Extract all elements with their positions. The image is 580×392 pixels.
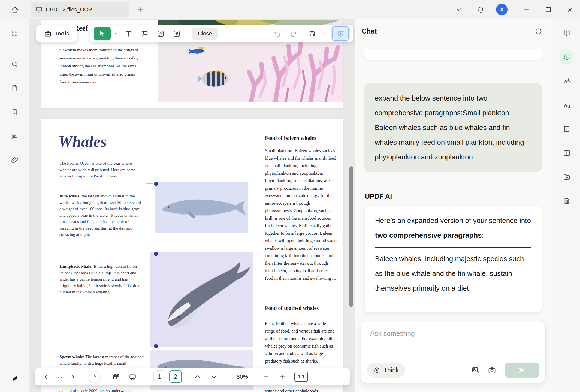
- user-message-bubble: expand the below sentence into two compr…: [364, 83, 542, 172]
- search-document-button[interactable]: [560, 194, 573, 207]
- scroll-down-button[interactable]: [207, 370, 220, 383]
- page-navigation-toolbar: ... 1 2 80%: [35, 368, 350, 385]
- image-handle-dot[interactable]: [154, 182, 158, 186]
- scroll-up-button[interactable]: [191, 370, 204, 383]
- chat-input-card[interactable]: Think: [361, 321, 546, 383]
- next-page-button[interactable]: [66, 370, 79, 383]
- updf-app-window: UPDF-2-files_OCR X: [0, 0, 580, 392]
- redo-button[interactable]: [286, 27, 300, 40]
- maximize-button[interactable]: [542, 4, 554, 16]
- undo-button[interactable]: [270, 27, 284, 40]
- toolbar-divider: [227, 372, 227, 381]
- handle-line: [146, 183, 153, 184]
- close-window-button[interactable]: [564, 4, 576, 16]
- ai-chat-panel: Chat expand the below sentence into two …: [355, 19, 553, 392]
- right-column-bottom-fragment: squids and other cephalopods: [265, 387, 337, 392]
- minimize-button[interactable]: [520, 4, 533, 16]
- explain-text-button[interactable]: [560, 98, 573, 111]
- file-workspace-button[interactable]: [560, 170, 573, 183]
- actual-size-button[interactable]: 1:1: [294, 372, 308, 382]
- user-avatar[interactable]: X: [496, 4, 508, 15]
- document-viewer[interactable]: Reef ecial muc clownfish makes them immu…: [29, 19, 355, 392]
- ai-assistant-toolbar-button[interactable]: [333, 27, 348, 40]
- chat-input[interactable]: [365, 325, 540, 342]
- pdf-page-2[interactable]: Whales The Pacific Ocean is one of the s…: [41, 119, 343, 392]
- thumbnails-grid-button[interactable]: [8, 27, 21, 40]
- whales-title: Whales: [58, 132, 107, 150]
- ai-message-intro: Here’s an expanded version of your sente…: [375, 213, 531, 243]
- chat-panel-title: Chat: [362, 27, 377, 35]
- ai-assistant-tab-active[interactable]: [560, 50, 573, 64]
- updf-logo: [8, 372, 21, 385]
- tab-title: UPDF-2-files_OCR: [46, 7, 92, 13]
- screenshot-button[interactable]: [485, 364, 499, 377]
- page-ellipsis[interactable]: ...: [52, 372, 66, 382]
- think-mode-button[interactable]: Think: [367, 363, 405, 378]
- page-button-1[interactable]: 1: [153, 370, 166, 383]
- blue-whale-image[interactable]: [155, 182, 248, 233]
- image-handle-dot[interactable]: [154, 252, 158, 256]
- document-scrollbar[interactable]: [349, 166, 353, 307]
- attachments-button[interactable]: [8, 153, 21, 167]
- select-tool-button[interactable]: [94, 27, 111, 40]
- ai-message-bubble: Here’s an expanded version of your sente…: [364, 206, 542, 313]
- link-tool-button[interactable]: [154, 27, 167, 40]
- page-mark-tool-button[interactable]: [170, 27, 183, 40]
- zoom-level-value[interactable]: 80%: [234, 373, 250, 380]
- toolbar-divider: [188, 29, 188, 38]
- monitor-icon: [35, 6, 43, 13]
- save-button[interactable]: [305, 27, 319, 40]
- prev-page-button[interactable]: [40, 370, 52, 383]
- toothed-heading: Food of toothed whales: [265, 304, 337, 312]
- image-handle-dot[interactable]: [154, 344, 158, 348]
- save-dropdown[interactable]: [321, 28, 327, 40]
- tools-button[interactable]: Tools: [36, 25, 77, 42]
- toolbox-icon: [44, 30, 52, 37]
- presentation-mode-button[interactable]: [126, 370, 139, 383]
- left-column-bottom-fragment: a depth of nearly 2000 meters underwater…: [59, 387, 141, 392]
- ai-sender-name: UPDF AI: [365, 192, 392, 200]
- sperm-whale-paragraph: Sperm whale: The largest member of the t…: [59, 354, 150, 366]
- baleen-heading: Food of baleen whales: [265, 134, 337, 142]
- page1-paragraph: clownfish makes them immune to the sting…: [59, 46, 139, 86]
- side-by-side-view-button[interactable]: [560, 146, 573, 159]
- close-edit-button[interactable]: Close: [192, 28, 218, 40]
- image-tool-button[interactable]: [138, 27, 151, 40]
- think-icon: [373, 367, 380, 374]
- previous-message-bubble-partial: [364, 49, 542, 60]
- expand-toolbar-button[interactable]: [89, 371, 101, 382]
- ai-message-divider: [375, 247, 531, 248]
- translate-button[interactable]: [560, 74, 573, 88]
- left-sidebar: [0, 19, 29, 392]
- two-page-view-button[interactable]: [110, 370, 122, 383]
- summarize-button[interactable]: [560, 122, 573, 135]
- new-tab-button[interactable]: [135, 4, 147, 16]
- pages-panel-button[interactable]: [8, 82, 21, 95]
- insert-image-button[interactable]: [469, 364, 483, 377]
- humpback-whale-paragraph: Humpback whale: It has a high dorsal fin…: [59, 263, 141, 295]
- page-button-2-active[interactable]: 2: [169, 370, 182, 383]
- handle-line: [146, 346, 153, 346]
- whales-intro: The Pacific Ocean is one of the seas whe…: [59, 160, 141, 179]
- blue-whale-paragraph: Blue whale: the largest known animal in …: [59, 193, 141, 238]
- edit-toolbar: Close: [90, 25, 353, 42]
- baleen-paragraph: Small plankton: Baleen whales such as bl…: [265, 147, 337, 282]
- search-button[interactable]: [8, 58, 21, 71]
- humpback-whale-image[interactable]: [150, 252, 253, 347]
- titlebar: UPDF-2-files_OCR X: [0, 0, 580, 19]
- select-tool-dropdown[interactable]: [113, 28, 119, 40]
- zoom-in-button[interactable]: [276, 370, 288, 383]
- notifications-bell-button[interactable]: [474, 4, 487, 16]
- zoom-out-button[interactable]: [259, 370, 272, 383]
- text-tool-button[interactable]: [122, 27, 135, 40]
- annotations-button[interactable]: [8, 129, 21, 143]
- handle-line: [146, 254, 153, 254]
- send-message-button[interactable]: [505, 363, 539, 378]
- home-button[interactable]: [8, 4, 21, 16]
- reader-mode-button[interactable]: [560, 26, 573, 40]
- ai-message-body: Baleen whales, including majestic specie…: [375, 251, 531, 295]
- document-tab[interactable]: UPDF-2-files_OCR: [31, 2, 129, 17]
- collapse-chevron-button[interactable]: [452, 4, 465, 16]
- chat-history-button[interactable]: [532, 25, 545, 38]
- bookmarks-button[interactable]: [8, 105, 21, 119]
